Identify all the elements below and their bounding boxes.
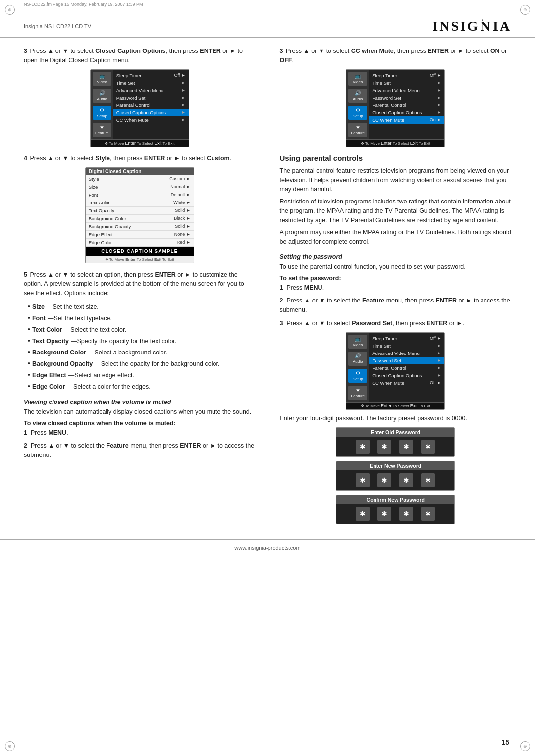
- audio-icon: 🔊: [94, 90, 110, 96]
- menu2-row-time: Time Set►: [369, 79, 444, 87]
- parental-section: Using parental controls The parental con…: [280, 154, 512, 247]
- dcc-row-edge-color: Edge ColorRed ►: [86, 239, 194, 247]
- step5: 5 Press ▲ or ▼ to select an option, then…: [24, 270, 256, 392]
- enter-new-title: Enter New Password: [336, 461, 454, 470]
- file-info: NS-LCD22.fm Page 15 Monday, February 19,…: [24, 2, 143, 7]
- tv-menu-1-nav: ❖ To Move Enter To Select Exit To Exit: [91, 139, 189, 147]
- page-header: Insignia NS-LCD22 LCD TV INSIG·NIA: [0, 9, 535, 38]
- page-footer: www.insignia-products.com: [0, 539, 535, 555]
- menu1-row-sleep: Sleep TimerOff ►: [113, 72, 189, 79]
- col-left: 3 Press ▲ or ▼ to select Closed Caption …: [24, 47, 268, 531]
- reg-mark-tr: ⊕: [520, 5, 530, 15]
- feature-label: Feature: [94, 131, 110, 136]
- tv-menu-3-nav: ❖ To Move Enter To Select Exit To Exit: [346, 402, 444, 409]
- dcc-table: Digital Closed Caption StyleCustom ► Siz…: [85, 167, 194, 263]
- to-view-step2: 2 Press ▲ or ▼ to select the Feature men…: [24, 441, 256, 460]
- sidebar2-item-video: 📺 Video: [348, 72, 367, 86]
- to-view-heading: To view closed captions when the volume …: [24, 420, 256, 427]
- menu2-row-adv: Advanced Video Menu►: [369, 87, 444, 94]
- setting-password-intro: To use the parental control function, yo…: [280, 262, 512, 272]
- sidebar-item-setup: ⚙ Setup: [93, 106, 111, 120]
- new-star1: ✱: [356, 473, 370, 487]
- feature2-icon: ★: [349, 124, 366, 130]
- tv-menu-1-inner: 📺 Video 🔊 Audio ⚙ Setup: [91, 70, 189, 139]
- tv-menu-3-inner: 📺 Video 🔊 Audio ⚙ Setup: [346, 333, 444, 402]
- star2: ✱: [377, 440, 391, 454]
- tv-menu-3: 📺 Video 🔊 Audio ⚙ Setup: [346, 332, 445, 410]
- page-number: 15: [501, 738, 509, 746]
- confirm-star4: ✱: [421, 507, 435, 521]
- footer-url: www.insignia-products.com: [234, 545, 300, 551]
- step3r-num: 3: [280, 48, 283, 54]
- step3-num: 3: [24, 48, 27, 54]
- tv-menu-2-items: Sleep TimerOff ► Time Set► Advanced Vide…: [369, 70, 444, 139]
- step3-left: 3 Press ▲ or ▼ to select Closed Caption …: [24, 47, 256, 147]
- menu3-row-cc-options: Closed Caption Options►: [369, 372, 444, 379]
- audio2-icon: 🔊: [349, 90, 366, 96]
- col-right: 3 Press ▲ or ▼ to select CC when Mute, t…: [268, 47, 512, 531]
- reg-mark-br: ⊕: [520, 741, 530, 751]
- step4-num: 4: [24, 155, 27, 162]
- bullet-text-color: Text Color—Select the text color.: [28, 325, 256, 335]
- setting-password-heading: Setting the password: [280, 253, 512, 260]
- parental-para3: A program may use either the MPAA rating…: [280, 228, 512, 247]
- tv-menu-2: 📺 Video 🔊 Audio ⚙ Setup: [346, 69, 445, 147]
- sidebar3-item-video: 📺 Video: [348, 335, 367, 349]
- menu1-row-cc-options: Closed Caption Options►: [113, 109, 189, 116]
- dcc-nav: ❖ To Move Enter To Select Exit To Exit: [86, 256, 194, 263]
- confirm-star3: ✱: [399, 507, 413, 521]
- menu2-row-parental: Parental Control►: [369, 101, 444, 109]
- dcc-row-bg-color: Background ColorBlack ►: [86, 215, 194, 223]
- step4-pwd-text: Enter your four-digit password. The fact…: [280, 414, 512, 423]
- menu3-row-parental: Parental Control►: [369, 364, 444, 372]
- insignia-logo: INSIG·NIA: [432, 18, 511, 34]
- to-view-step1: 1 Press MENU.: [24, 428, 256, 438]
- enter-new-password: Enter New Password ✱ ✱ ✱ ✱: [336, 461, 455, 491]
- sidebar-item-feature: ★ Feature: [93, 123, 111, 137]
- viewing-heading: Viewing closed caption when the volume i…: [24, 399, 256, 405]
- setup3-icon: ⚙: [349, 370, 366, 376]
- tv-menu-1-sidebar: 📺 Video 🔊 Audio ⚙ Setup: [91, 70, 113, 139]
- to-set-step3: 3 Press ▲ or ▼ to select Password Set, t…: [280, 319, 512, 328]
- sidebar-item-video: 📺 Video: [93, 72, 111, 86]
- setup2-icon: ⚙: [349, 107, 366, 113]
- video3-icon: 📺: [349, 336, 366, 342]
- audio-label: Audio: [94, 97, 110, 101]
- bullet-edge-color: Edge Color—Select a color for the edges.: [28, 382, 256, 392]
- feature3-label: Feature: [349, 394, 366, 399]
- menu3-row-adv: Advanced Video Menu►: [369, 350, 444, 357]
- video2-label: Video: [349, 80, 366, 85]
- menu2-row-pwd: Password Set►: [369, 94, 444, 101]
- parental-para2: Restriction of television programs inclu…: [280, 197, 512, 225]
- meta-line: NS-LCD22.fm Page 15 Monday, February 19,…: [0, 0, 535, 9]
- dcc-sample: CLOSED CAPTION SAMPLE: [86, 247, 194, 256]
- tv-menu-2-nav: ❖ To Move Enter To Select Exit To Exit: [346, 139, 444, 147]
- setting-password-section: Setting the password To use the parental…: [280, 253, 512, 524]
- tv-menu-1: 📺 Video 🔊 Audio ⚙ Setup: [90, 69, 189, 147]
- setup-icon: ⚙: [94, 107, 110, 113]
- star1: ✱: [356, 440, 370, 454]
- bullet-text-opacity: Text Opacity—Specify the opacity for the…: [28, 336, 256, 346]
- audio3-icon: 🔊: [349, 353, 366, 359]
- confirm-stars: ✱ ✱ ✱ ✱: [336, 504, 454, 524]
- parental-heading: Using parental controls: [280, 154, 512, 162]
- menu3-row-time: Time Set►: [369, 342, 444, 350]
- enter-old-title: Enter Old Password: [336, 428, 454, 437]
- enter-old-password: Enter Old Password ✱ ✱ ✱ ✱: [336, 427, 455, 457]
- sidebar2-item-audio: 🔊 Audio: [348, 89, 367, 103]
- feature2-label: Feature: [349, 131, 366, 136]
- parental-para1: The parental control feature restricts t…: [280, 166, 512, 194]
- star4: ✱: [421, 440, 435, 454]
- confirm-new-password: Confirm New Password ✱ ✱ ✱ ✱: [336, 495, 455, 524]
- tv-menu-2-inner: 📺 Video 🔊 Audio ⚙ Setup: [346, 70, 444, 139]
- video-icon: 📺: [94, 73, 110, 79]
- new-star4: ✱: [421, 473, 435, 487]
- step4-intro: 4 Press ▲ or ▼ to select Style, then pre…: [24, 154, 256, 163]
- sidebar2-item-setup: ⚙ Setup: [348, 106, 367, 120]
- options-list: Size—Set the text size. Font—Set the tex…: [28, 302, 256, 392]
- star3: ✱: [399, 440, 413, 454]
- video-label: Video: [94, 80, 110, 85]
- step3-right: 3 Press ▲ or ▼ to select CC when Mute, t…: [280, 47, 512, 147]
- bullet-bg-color: Background Color—Select a background col…: [28, 348, 256, 357]
- step5-num: 5: [24, 271, 27, 278]
